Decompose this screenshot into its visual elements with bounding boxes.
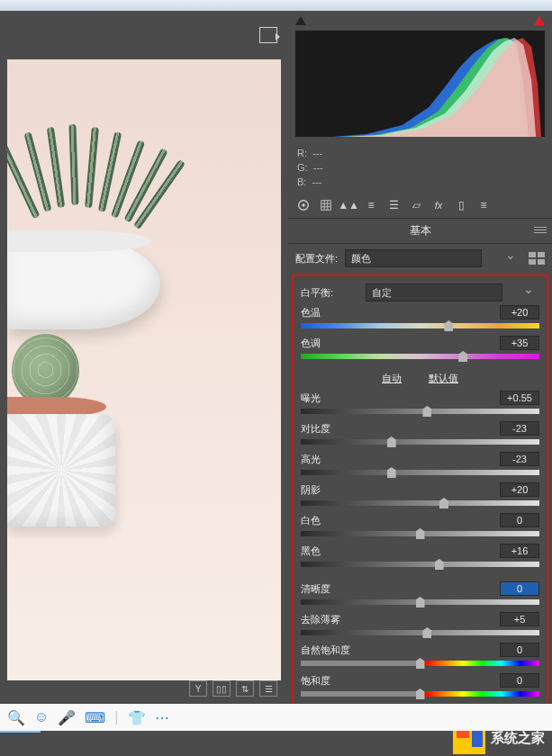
toggle-y-button[interactable]: Y [189,680,207,697]
shadows-slider[interactable] [301,500,539,506]
saturation-label: 饱和度 [301,674,358,688]
whites-value[interactable] [500,513,539,527]
highlights-label: 高光 [301,453,358,466]
grid-tool-icon[interactable] [316,196,336,214]
more-icon[interactable]: ⋯ [155,709,169,726]
wb-select[interactable] [366,284,502,302]
blacks-label: 黑色 [301,544,358,558]
emoji-icon[interactable]: ☺ [34,709,49,725]
saturation-slider[interactable] [301,691,539,697]
histogram[interactable] [295,31,545,137]
shadows-label: 阴影 [301,483,358,497]
cactus-decoration [12,334,79,406]
flip-icon[interactable]: ▲▲ [339,196,358,214]
search-icon[interactable]: 🔍 [7,709,25,726]
exposure-label: 曝光 [301,392,358,405]
list-icon[interactable]: ≡ [361,196,381,214]
presets-icon[interactable]: ≡ [474,196,493,214]
temp-label: 色温 [301,306,358,320]
highlight-clip-icon[interactable] [534,16,545,25]
image-panel: Y ▯▯ ⇅ ☰ [0,11,288,704]
svg-point-1 [302,203,305,207]
clarity-slider[interactable] [301,599,539,605]
whites-label: 白色 [301,514,358,527]
blacks-slider[interactable] [301,562,539,567]
compare-icon[interactable]: ▯▯ [213,680,231,697]
switch-icon[interactable]: ⇅ [236,680,254,697]
blacks-value[interactable] [500,544,539,558]
dehaze-value[interactable] [500,612,539,626]
temp-slider[interactable] [301,323,539,328]
rgb-readout: R: --- G: --- B: --- [288,142,552,193]
tint-value[interactable] [500,336,539,350]
panel-menu-icon[interactable] [534,225,547,235]
saturation-value[interactable] [500,673,539,688]
fx-icon[interactable]: fx [429,196,448,214]
film-icon[interactable]: ▯ [451,196,471,214]
mic-icon[interactable]: 🎤 [58,709,76,726]
panel-header: 基本 [288,219,552,244]
brand-text: 系统之家 [491,730,545,747]
export-icon[interactable] [259,27,277,43]
profile-select[interactable] [345,249,482,267]
tool-icon-row: ▲▲ ≡ ☰ ▱ fx ▯ ≡ [288,193,552,219]
exposure-value[interactable] [500,391,539,405]
highlights-value[interactable] [500,452,539,466]
vibrance-label: 自然饱和度 [301,644,358,657]
profile-label: 配置文件: [295,252,338,266]
svg-rect-2 [321,201,331,211]
highlights-slider[interactable] [301,470,539,475]
shadow-clip-icon[interactable] [295,16,306,25]
bars-icon[interactable]: ☰ [384,196,403,214]
panel-title: 基本 [410,224,431,237]
whites-slider[interactable] [301,531,539,536]
distort-icon[interactable]: ▱ [406,196,426,214]
tint-label: 色调 [301,337,358,350]
adjustments-panel: R: --- G: --- B: --- ▲▲ ≡ ☰ ▱ fx ▯ ≡ 基本 … [288,11,552,704]
temp-value[interactable] [500,305,539,320]
default-button[interactable]: 默认值 [429,372,458,385]
vibrance-slider[interactable] [301,661,539,666]
vibrance-value[interactable] [500,643,539,657]
contrast-label: 对比度 [301,422,358,436]
divider-icon: | [114,709,118,725]
exposure-slider[interactable] [301,409,539,414]
aperture-icon[interactable] [294,196,313,214]
pot-decoration [7,239,160,329]
contrast-slider[interactable] [301,439,539,445]
dehaze-label: 去除薄雾 [301,613,358,626]
clarity-value[interactable] [500,581,539,596]
keyboard-icon[interactable]: ⌨ [85,709,105,726]
pot2-decoration [7,397,115,523]
shadows-value[interactable] [500,482,539,497]
settings-sliders-icon[interactable]: ☰ [259,680,277,697]
image-canvas[interactable] [7,59,281,680]
shirt-icon[interactable]: 👕 [128,709,146,726]
profile-browse-icon[interactable] [529,252,545,265]
clarity-label: 清晰度 [301,582,358,596]
auto-button[interactable]: 自动 [382,372,402,385]
wb-label: 白平衡: [301,286,358,300]
dehaze-slider[interactable] [301,630,539,635]
highlighted-settings-box: 白平衡: 色温 色调 自动 默认值 曝光 对比度 高光 阴影 白色 黑色 清 [292,274,548,713]
tint-slider[interactable] [301,354,539,359]
contrast-value[interactable] [500,421,539,436]
window-titlebar [0,0,552,11]
os-taskbar: 🔍 ☺ 🎤 ⌨ | 👕 ⋯ [0,704,552,731]
